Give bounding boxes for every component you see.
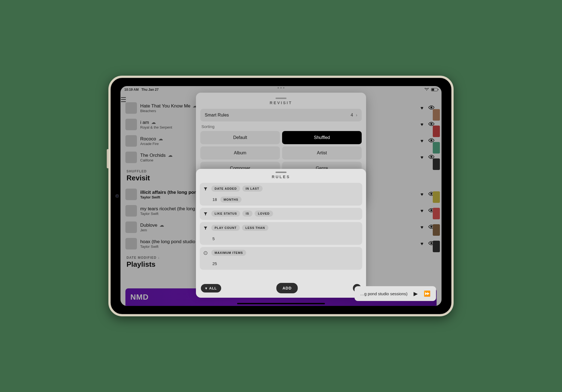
rule-chip[interactable]: IS [242, 211, 252, 217]
smart-rules-count: 4 [351, 113, 353, 118]
add-label: ADD [282, 286, 291, 290]
rule-chip[interactable]: DATE ADDED [211, 186, 240, 192]
rule-row[interactable]: PLAY COUNTLESS THAN5 [200, 222, 362, 245]
ipad-frame: 10:19 AM Thu Jan 27 ☰ Hate That You Know… [108, 76, 454, 316]
rule-value[interactable]: 18 [211, 196, 218, 203]
screen: 10:19 AM Thu Jan 27 ☰ Hate That You Know… [120, 86, 442, 306]
match-all-label: ALL [209, 286, 217, 290]
multitask-indicator[interactable] [278, 87, 285, 89]
now-playing-bar[interactable]: …g pond studio sessions) ▶ ⏩ [355, 286, 436, 301]
filter-icon [203, 187, 208, 192]
wifi-icon [425, 88, 429, 91]
sheet-title-rules: RULES [200, 175, 362, 179]
cell-smart-rules[interactable]: Smart Rules 4 › [200, 109, 362, 121]
sort-option-shuffled[interactable]: Shuffled [282, 131, 362, 144]
limit-icon [203, 251, 208, 256]
status-date: Thu Jan 27 [141, 88, 159, 92]
sorting-label: Sorting [201, 124, 361, 129]
filter-icon [203, 212, 208, 217]
battery-icon [431, 88, 438, 91]
sort-option-album[interactable]: Album [200, 146, 280, 160]
rule-row[interactable]: DATE ADDEDIN LAST18MONTHS [200, 183, 362, 206]
smart-rules-label: Smart Rules [205, 113, 229, 118]
sheet-rules: RULES DATE ADDEDIN LAST18MONTHS LIKE STA… [196, 169, 366, 298]
rule-chip[interactable]: IN LAST [242, 186, 263, 192]
rule-value[interactable]: 25 [211, 260, 218, 267]
rule-unit[interactable]: MONTHS [220, 197, 242, 203]
now-playing-title: …g pond studio sessions) [360, 291, 408, 296]
rule-chip[interactable]: PLAY COUNT [211, 225, 240, 231]
rule-chip[interactable]: MAXIMUM ITEMS [211, 250, 246, 256]
filter-icon: ▾ [205, 286, 207, 290]
rule-row[interactable]: LIKE STATUSISLOVED [200, 208, 362, 220]
sort-option-default[interactable]: Default [200, 131, 280, 144]
rule-value[interactable]: 5 [211, 235, 216, 242]
home-indicator[interactable] [237, 303, 325, 304]
chevron-right-icon: › [356, 113, 357, 118]
rule-chip[interactable]: LIKE STATUS [211, 211, 240, 217]
fast-forward-icon[interactable]: ⏩ [424, 290, 431, 297]
sheet-grabber[interactable] [276, 172, 286, 173]
rule-chip[interactable]: LOVED [255, 211, 273, 217]
filter-icon [203, 226, 208, 231]
add-rule-button[interactable]: ADD [276, 283, 297, 293]
sheet-grabber[interactable] [276, 98, 286, 99]
match-all-button[interactable]: ▾ ALL [201, 284, 221, 292]
play-icon[interactable]: ▶ [414, 290, 418, 297]
rule-chip[interactable]: LESS THAN [242, 225, 268, 231]
sheet-title-revisit: REVISIT [200, 101, 362, 105]
sort-option-artist[interactable]: Artist [282, 146, 362, 160]
rule-row[interactable]: MAXIMUM ITEMS25 [200, 247, 362, 270]
status-time: 10:19 AM [124, 88, 139, 92]
